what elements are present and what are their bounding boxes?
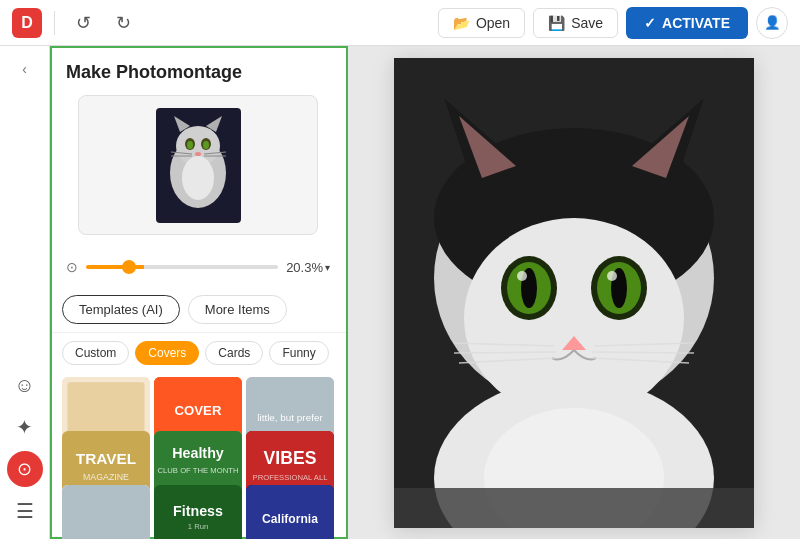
svg-point-71	[464, 218, 684, 418]
open-button[interactable]: 📂 Open	[438, 8, 525, 38]
activate-button[interactable]: ✓ ACTIVATE	[626, 7, 748, 39]
svg-text:Healthy: Healthy	[172, 445, 224, 461]
filter-funny[interactable]: Funny	[269, 341, 328, 365]
svg-text:Fitness: Fitness	[173, 503, 223, 519]
canvas-frame	[394, 58, 754, 528]
adjustments-button[interactable]: ☰	[7, 493, 43, 529]
svg-rect-16	[68, 382, 145, 437]
redo-button[interactable]: ↻	[107, 7, 139, 39]
template-item[interactable]: Out of city	[62, 485, 150, 539]
open-label: Open	[476, 15, 510, 31]
app-logo: D	[12, 8, 42, 38]
montage-button[interactable]: ⊙	[7, 451, 43, 487]
zoom-value: 20.3% ▾	[286, 260, 330, 275]
svg-point-79	[607, 271, 617, 281]
svg-rect-47	[62, 485, 150, 539]
svg-point-10	[182, 156, 214, 200]
template-item[interactable]: California	[246, 485, 334, 539]
svg-text:California: California	[262, 512, 318, 526]
svg-text:VIBES: VIBES	[264, 448, 317, 468]
zoom-icon: ⊙	[66, 259, 78, 275]
left-toolbar: ‹ ☺ ✦ ⊙ ☰	[0, 46, 50, 539]
svg-text:little, but prefer: little, but prefer	[257, 412, 323, 423]
tab-more-items[interactable]: More Items	[188, 295, 287, 324]
svg-point-8	[203, 141, 209, 149]
topbar: D ↺ ↻ 📂 Open 💾 Save ✓ ACTIVATE 👤	[0, 0, 800, 46]
filter-cards[interactable]: Cards	[205, 341, 263, 365]
template-grid: COVER little, but prefer	[50, 373, 346, 539]
chevron-down-icon: ▾	[325, 262, 330, 273]
filter-covers[interactable]: Covers	[135, 341, 199, 365]
folder-icon: 📂	[453, 15, 470, 31]
zoom-row: ⊙ 20.3% ▾	[50, 255, 346, 287]
undo-button[interactable]: ↺	[67, 7, 99, 39]
filter-custom[interactable]: Custom	[62, 341, 129, 365]
effects-button[interactable]: ✦	[7, 409, 43, 445]
topbar-divider	[54, 11, 55, 35]
save-label: Save	[571, 15, 603, 31]
panel: Make Photomontage	[50, 46, 348, 539]
save-icon: 💾	[548, 15, 565, 31]
svg-text:1 Run: 1 Run	[188, 522, 209, 531]
face-button[interactable]: ☺	[7, 367, 43, 403]
image-preview	[78, 95, 318, 235]
filter-row: Custom Covers Cards Funny	[50, 333, 346, 373]
panel-title: Make Photomontage	[66, 62, 330, 83]
zoom-slider[interactable]	[86, 265, 278, 269]
user-button[interactable]: 👤	[756, 7, 788, 39]
activate-label: ACTIVATE	[662, 15, 730, 31]
svg-rect-88	[394, 488, 754, 528]
collapse-panel-button[interactable]: ‹	[10, 54, 40, 84]
svg-point-9	[195, 152, 201, 156]
svg-text:PROFESSIONAL ALL: PROFESSIONAL ALL	[253, 473, 329, 482]
svg-text:COVER: COVER	[175, 403, 222, 418]
svg-point-78	[517, 271, 527, 281]
svg-line-82	[454, 352, 556, 353]
user-icon: 👤	[764, 15, 781, 30]
template-item[interactable]: Fitness 1 Run	[154, 485, 242, 539]
svg-text:CLUB OF THE MONTH: CLUB OF THE MONTH	[157, 466, 238, 475]
save-button[interactable]: 💾 Save	[533, 8, 618, 38]
checkmark-icon: ✓	[644, 15, 656, 31]
svg-point-7	[187, 141, 193, 149]
cat-canvas-image	[394, 58, 754, 528]
svg-text:TRAVEL: TRAVEL	[76, 450, 136, 467]
cat-photo-svg	[394, 58, 754, 528]
svg-text:MAGAZINE: MAGAZINE	[83, 472, 129, 482]
svg-line-85	[592, 352, 694, 353]
canvas-area	[348, 46, 800, 539]
preview-cat-image	[156, 108, 241, 223]
tab-templates[interactable]: Templates (AI)	[62, 295, 180, 324]
tabs-row: Templates (AI) More Items	[50, 287, 346, 333]
